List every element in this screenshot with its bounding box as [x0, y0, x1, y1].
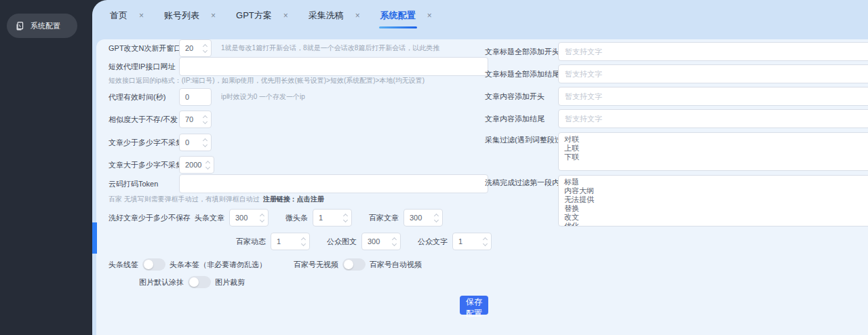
main-area: 首页 × 账号列表 × GPT方案 × 采集洗稿 × 系统配置 × GPT改文N… — [92, 0, 868, 335]
switch-row-1: 头条线签 头条本签（非必要请勿乱选） 百家号无视频 百家号自动视频 — [108, 258, 488, 271]
stepper-icons[interactable] — [391, 238, 397, 245]
close-icon[interactable]: × — [211, 12, 216, 20]
baijia-article-input — [403, 209, 443, 226]
form-row-content-prefix: 文章内容添加开头 — [485, 87, 868, 106]
min-words-value[interactable] — [185, 138, 202, 146]
stepper-icons[interactable] — [202, 116, 208, 123]
stepper-icons[interactable] — [300, 238, 307, 245]
captcha-hint-row: 百家 无填写则需要弹框手动过，有填则弹框自动过 注册链接：点击注册 — [108, 195, 488, 204]
captcha-token-input[interactable] — [179, 174, 488, 193]
max-words-value[interactable] — [185, 161, 205, 169]
form-row-title-prefix: 文章标题全部添加开头 — [485, 42, 868, 61]
collect-filter-textarea[interactable]: 对联 上联 下联 — [558, 132, 868, 171]
gpt-rewrite-value[interactable] — [185, 44, 202, 52]
gongzhong-wenzi-input — [452, 233, 492, 250]
form-left-column: GPT改文N次新开窗口 1就是每改1篇打开新会话，8就是一个会话改8篇后打开新会… — [108, 39, 488, 315]
stepper-icons[interactable] — [342, 214, 349, 222]
document-copy-icon — [15, 21, 25, 31]
content-prefix-input[interactable] — [558, 87, 868, 106]
tab-system-config[interactable]: 系统配置 × — [380, 9, 432, 22]
close-icon[interactable]: × — [355, 12, 360, 20]
form-row-proxy-ttl: 代理有效时间(秒) ip时效设为0 一个存发一个ip — [108, 88, 488, 106]
form-row-min-words: 文章少于多少字不采集 — [108, 134, 488, 151]
form-row-collect-filter: 采集过滤(遇到词整段过滤) 对联 上联 下联 — [485, 132, 868, 171]
sidebar-collapse-handle[interactable] — [92, 222, 97, 254]
form-row-similarity: 相似度大于不存/不发 — [108, 111, 488, 128]
sidebar: 系统配置 — [0, 0, 92, 335]
max-words-input — [179, 156, 214, 174]
toutiao-article-input — [229, 209, 269, 226]
form-row-min-save-1: 洗好文章少于多少不保存 头条文章 微头条 百家文章 — [108, 209, 488, 226]
baijia-dongtai-input — [271, 233, 310, 250]
title-suffix-input[interactable] — [558, 64, 868, 83]
form-row-captcha-token: 云码打码Token — [108, 174, 488, 193]
micro-toutiao-input — [313, 209, 352, 226]
first-para-filter-textarea[interactable]: 标题 内容大纲 无法提供 替换 改文 优化 — [558, 175, 868, 226]
tab-home[interactable]: 首页 × — [110, 9, 144, 22]
image-blur-toggle[interactable] — [188, 276, 211, 288]
tab-collect-rewrite[interactable]: 采集洗稿 × — [309, 9, 360, 22]
title-prefix-input[interactable] — [558, 42, 868, 61]
switch-row-2: 图片默认涂抹 图片裁剪 — [139, 275, 488, 289]
gpt-rewrite-input — [179, 39, 212, 57]
toutiao-sign-toggle[interactable] — [142, 258, 165, 271]
close-icon[interactable]: × — [139, 12, 144, 20]
similarity-value[interactable] — [185, 115, 202, 123]
baijia-video-toggle[interactable] — [342, 258, 366, 271]
close-icon[interactable]: × — [427, 12, 432, 20]
proxy-hint-row: 短效接口返回的ip格式：(IP:端口号)，如果ip使用，优先用长效(账号设置)>… — [108, 76, 488, 85]
content-suffix-input[interactable] — [558, 109, 868, 128]
stepper-icons[interactable] — [202, 139, 208, 146]
proxy-ttl-value[interactable] — [185, 93, 208, 101]
save-row: 保存配置 — [108, 296, 488, 315]
form-right-column: 文章标题全部添加开头 文章标题全部添加结尾 文章内容添加开头 文章内容添加结尾 … — [485, 42, 868, 226]
gongzhong-tuwen-input — [361, 233, 401, 250]
config-panel: GPT改文N次新开窗口 1就是每改1篇打开新会话，8就是一个会话改8篇后打开新会… — [96, 39, 868, 335]
form-row-content-suffix: 文章内容添加结尾 — [485, 109, 868, 128]
form-row-title-suffix: 文章标题全部添加结尾 — [485, 64, 868, 83]
tab-gpt-plan[interactable]: GPT方案 × — [236, 9, 288, 22]
stepper-icons[interactable] — [433, 214, 439, 222]
save-config-button[interactable]: 保存配置 — [460, 296, 488, 315]
stepper-icons[interactable] — [259, 214, 265, 222]
stepper-icons[interactable] — [482, 238, 488, 245]
min-words-input — [179, 134, 212, 151]
form-row-min-save-2: 百家动态 公众图文 公众文字 — [236, 233, 488, 250]
sidebar-item-system-config[interactable]: 系统配置 — [7, 14, 77, 38]
stepper-icons[interactable] — [202, 45, 208, 52]
register-link[interactable]: 注册链接：点击注册 — [263, 195, 324, 204]
stepper-icons[interactable] — [205, 161, 211, 169]
tab-account-list[interactable]: 账号列表 × — [164, 9, 216, 22]
similarity-input — [179, 111, 212, 128]
proxy-ttl-input — [179, 88, 212, 106]
form-row-gpt-rewrite: GPT改文N次新开窗口 1就是每改1篇打开新会话，8就是一个会话改8篇后打开新会… — [108, 39, 488, 57]
form-row-proxy-api: 短效代理IP接口网址 — [108, 57, 488, 76]
sidebar-item-label: 系统配置 — [31, 21, 60, 31]
close-icon[interactable]: × — [283, 12, 288, 20]
form-row-max-words: 文章大于多少字不采集 — [108, 156, 488, 174]
tab-bar: 首页 × 账号列表 × GPT方案 × 采集洗稿 × 系统配置 × — [92, 0, 868, 31]
proxy-api-input[interactable] — [179, 57, 488, 76]
form-row-first-para-filter: 洗稿完成过滤第一段内容 标题 内容大纲 无法提供 替换 改文 优化 — [485, 175, 868, 226]
